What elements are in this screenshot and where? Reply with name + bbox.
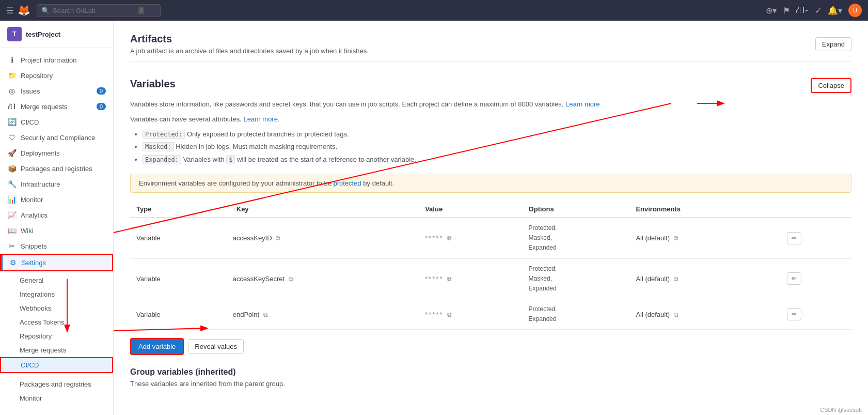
avatar[interactable]: U	[848, 4, 862, 17]
group-variables-section: Group variables (inherited) These variab…	[130, 367, 851, 388]
copy-value-icon[interactable]: ⧉	[447, 311, 452, 318]
sidebar-item-deployments[interactable]: 🚀 Deployments	[0, 145, 113, 161]
sidebar-item-merge-requests[interactable]: ⛙ Merge requests 0	[0, 99, 113, 114]
sidebar-item-label: Monitor	[21, 196, 43, 204]
action-row: Add variable Reveal values	[130, 338, 851, 355]
sidebar-item-issues[interactable]: ◎ Issues 0	[0, 83, 113, 99]
col-value: Value	[419, 201, 522, 218]
sidebar-sub-general[interactable]: General	[0, 273, 113, 287]
sidebar-sub-webhooks[interactable]: Webhooks	[0, 301, 113, 315]
sidebar-item-label: Merge requests	[21, 103, 67, 111]
cell-key: accessKeyID ⧉	[227, 218, 419, 258]
alert-box: Environment variables are configured by …	[130, 174, 851, 193]
cell-edit: ✏	[781, 218, 851, 258]
hamburger-icon[interactable]: ☰	[6, 6, 13, 16]
sidebar-item-packages[interactable]: 📦 Packages and registries	[0, 161, 113, 176]
sidebar-item-settings[interactable]: ⚙ Settings	[0, 254, 113, 271]
merge-icon: ⛙	[7, 102, 17, 111]
sidebar-item-label: Analytics	[21, 211, 48, 219]
copy-value-icon[interactable]: ⧉	[447, 235, 452, 242]
cell-value: ***** ⧉	[419, 258, 522, 299]
sidebar-item-cicd[interactable]: 🔄 CI/CD	[0, 114, 113, 130]
bullet-masked: Masked: Hidden in job logs. Must match m…	[143, 142, 851, 152]
sidebar-sub-monitor[interactable]: Monitor	[0, 391, 113, 405]
copy-value-icon[interactable]: ⧉	[447, 275, 452, 283]
variables-table: Type ↑Key Value Options Environments Var…	[130, 201, 851, 330]
shield-icon: 🛡	[7, 133, 17, 142]
merge-icon[interactable]: ⛙▾	[796, 6, 809, 15]
sidebar-sub-integrations[interactable]: Integrations	[0, 287, 113, 301]
artifacts-title: Artifacts	[130, 33, 369, 45]
learn-more-link2[interactable]: Learn more	[243, 115, 277, 123]
sidebar-item-analytics[interactable]: 📈 Analytics	[0, 207, 113, 223]
copy-key-icon[interactable]: ⧉	[289, 275, 293, 283]
variables-intro1: Variables store information, like passwo…	[130, 99, 851, 110]
variables-title: Variables	[130, 78, 176, 90]
copy-key-icon[interactable]: ⧉	[263, 311, 268, 318]
sidebar-item-monitor[interactable]: 📊 Monitor	[0, 192, 113, 207]
sidebar-sub-packages[interactable]: Packages and registries	[0, 377, 113, 391]
project-header: T testProject	[0, 21, 113, 48]
settings-sub-section2: Packages and registries Monitor	[0, 375, 113, 407]
variables-intro2: Variables can have several attributes. L…	[130, 114, 851, 125]
reveal-values-button[interactable]: Reveal values	[188, 339, 244, 354]
bullet-expanded: Expanded: Variables with $ will be treat…	[143, 155, 851, 165]
sort-icon: ↑	[233, 207, 235, 212]
todo-icon[interactable]: ✓	[815, 6, 822, 16]
project-avatar: T	[7, 27, 22, 41]
sidebar-item-label: Security and Compliance	[21, 134, 96, 142]
analytics-icon: 📈	[7, 211, 17, 219]
edit-button[interactable]: ✏	[787, 232, 801, 244]
add-variable-button[interactable]: Add variable	[130, 338, 184, 355]
cell-environments: All (default) ⧉	[629, 299, 780, 330]
sidebar-item-security[interactable]: 🛡 Security and Compliance	[0, 130, 113, 145]
sidebar-item-project-information[interactable]: ℹ Project information	[0, 52, 113, 68]
copy-env-icon[interactable]: ⧉	[674, 235, 678, 242]
notification-icon[interactable]: 🔔▾	[828, 6, 842, 16]
sidebar-item-snippets[interactable]: ✂ Snippets	[0, 238, 113, 254]
issues-badge: 0	[97, 87, 106, 95]
sidebar-item-label: Settings	[22, 259, 46, 267]
cell-options: Protected,Masked,Expanded	[523, 218, 630, 258]
sidebar-item-repository[interactable]: 📁 Repository	[0, 68, 113, 83]
sidebar-item-label: Deployments	[21, 149, 60, 157]
copy-env-icon[interactable]: ⧉	[674, 275, 678, 283]
search-box[interactable]: 🔍 /	[37, 4, 161, 17]
wiki-icon: 📖	[7, 226, 17, 235]
sidebar-item-label: Packages and registries	[21, 165, 92, 173]
cell-edit: ✏	[781, 258, 851, 299]
footer-text: CSDN @suesoft	[820, 407, 862, 413]
top-nav-right: ⊕▾ ⚑ ⛙▾ ✓ 🔔▾ U	[766, 4, 862, 17]
col-actions	[781, 201, 851, 218]
collapse-button[interactable]: Collapse	[811, 78, 851, 93]
col-options: Options	[523, 201, 630, 218]
plus-icon[interactable]: ⊕▾	[766, 6, 777, 16]
sidebar-sub-repository[interactable]: Repository	[0, 329, 113, 343]
sidebar-sub-cicd[interactable]: CI/CD	[0, 357, 113, 373]
learn-more-link1[interactable]: Learn more	[565, 100, 599, 108]
sidebar-item-infrastructure[interactable]: 🔧 Infrastructure	[0, 176, 113, 192]
sidebar-sub-merge-requests[interactable]: Merge requests	[0, 343, 113, 357]
issues-icon: ◎	[7, 87, 17, 95]
search-icon: 🔍	[41, 7, 50, 14]
edit-button[interactable]: ✏	[787, 308, 801, 320]
sidebar-item-label: Issues	[21, 87, 40, 95]
artifacts-section: Artifacts A job artifact is an archive o…	[130, 33, 851, 62]
project-name: testProject	[26, 30, 60, 38]
protected-link[interactable]: protected	[333, 179, 361, 187]
sidebar-item-label: Project information	[21, 56, 76, 64]
search-input[interactable]	[53, 7, 135, 14]
cell-environments: All (default) ⧉	[629, 258, 780, 299]
expand-button[interactable]: Expand	[815, 37, 851, 51]
cell-options: Protected,Masked,Expanded	[523, 258, 630, 299]
col-key[interactable]: ↑Key	[227, 201, 419, 218]
col-type: Type	[130, 201, 227, 218]
sidebar-item-wiki[interactable]: 📖 Wiki	[0, 223, 113, 238]
sidebar-nav: ℹ Project information 📁 Repository ◎ Iss…	[0, 48, 113, 411]
copy-key-icon[interactable]: ⧉	[276, 235, 280, 242]
issues-icon[interactable]: ⚑	[783, 6, 790, 16]
edit-button[interactable]: ✏	[787, 272, 801, 285]
copy-env-icon[interactable]: ⧉	[674, 311, 678, 318]
sidebar-sub-access-tokens[interactable]: Access Tokens	[0, 315, 113, 329]
sidebar-item-label: Snippets	[21, 242, 47, 250]
